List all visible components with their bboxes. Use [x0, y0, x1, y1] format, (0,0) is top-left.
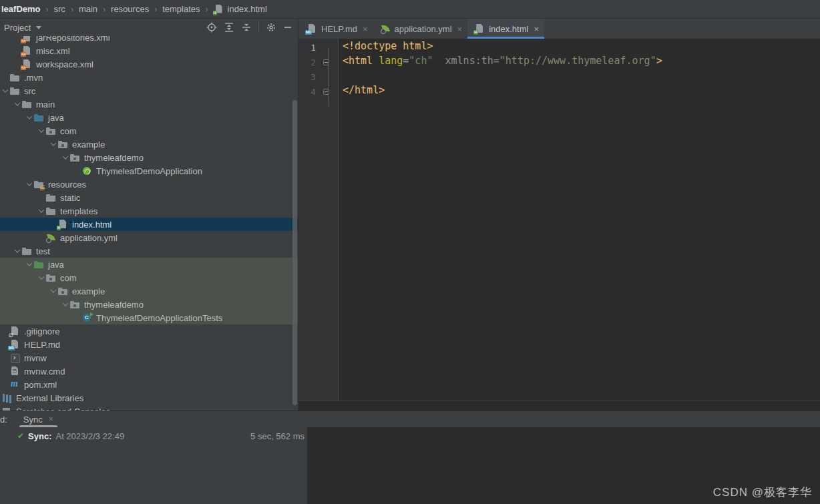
breadcrumb-item[interactable]: leafDemo [0, 4, 42, 14]
tree-item-label: HELP.md [24, 340, 60, 350]
tree-item-com[interactable]: com [0, 271, 298, 284]
breadcrumb-item[interactable]: resources [110, 4, 150, 14]
tree-item-example[interactable]: example [0, 138, 298, 151]
tree-item-label: java [48, 260, 64, 270]
chevron-placeholder [1, 351, 9, 364]
tree-item-thymeleafdemo[interactable]: thymeleafdemo [0, 298, 298, 311]
tree-item-thymeleafdemoapplicationtests[interactable]: ThymeleafDemoApplicationTests [0, 311, 298, 324]
breadcrumb-label: main [79, 4, 97, 14]
tree-item-label: resources [48, 180, 86, 190]
tree-item-label: External Libraries [16, 393, 83, 403]
breadcrumb-separator: › [103, 5, 106, 14]
tree-scrollbar[interactable] [292, 100, 297, 405]
editor-pane: MDHELP.md×application.yml×Hindex.html× 1… [298, 19, 820, 411]
tree-item-mvnw.cmd[interactable]: mvnw.cmd [0, 364, 298, 378]
tree-item-java[interactable]: java [0, 111, 298, 124]
hide-panel-icon[interactable] [283, 22, 292, 33]
chevron-down-icon[interactable] [49, 284, 57, 298]
build-status-tree: ✔ Sync: At 2023/2/3 22:49 5 sec, 562 ms [0, 427, 307, 504]
tree-item-java[interactable]: java [0, 258, 298, 271]
fold-marker-icon[interactable] [323, 59, 329, 65]
tree-item-label: application.yml [60, 233, 118, 243]
code-token: </html> [343, 84, 385, 96]
tab-sync[interactable]: Sync × [17, 411, 60, 427]
gutter-row: 4 [298, 84, 338, 99]
tree-item-label: example [72, 286, 105, 296]
chevron-down-icon[interactable] [61, 298, 69, 311]
tab-application.yml[interactable]: application.yml× [373, 19, 468, 39]
chevron-down-icon[interactable] [37, 124, 45, 138]
tree-item-thymeleafdemo[interactable]: thymeleafdemo [0, 151, 298, 164]
tree-item-help.md[interactable]: MDHELP.md [0, 338, 298, 351]
tree-item-label: java [48, 113, 64, 123]
tree-item-external-libraries[interactable]: External Libraries [0, 391, 298, 405]
tab-index.html[interactable]: Hindex.html× [467, 19, 544, 39]
tree-item-scratches-and-consoles[interactable]: Scratches and Consoles [0, 405, 298, 411]
settings-gear-icon[interactable] [266, 22, 276, 33]
folder-pkg-icon [45, 272, 56, 283]
project-tool-window: Project [0, 19, 298, 411]
xml-file-icon: <> [21, 45, 32, 56]
tree-item-workspace.xml[interactable]: <>workspace.xml [0, 57, 298, 71]
tree-item-templates[interactable]: templates [0, 204, 298, 218]
chevron-down-icon[interactable] [25, 178, 33, 191]
code-line: </html> [343, 84, 662, 99]
gutter-row: 1 [298, 40, 338, 55]
close-icon[interactable]: × [457, 25, 463, 33]
close-icon[interactable]: × [363, 25, 368, 33]
chevron-placeholder [1, 364, 9, 378]
tree-item-.gitignore[interactable]: ∅.gitignore [0, 324, 298, 338]
tree-item-application.yml[interactable]: application.yml [0, 231, 298, 244]
sync-status-label: Sync: [28, 431, 51, 441]
chevron-down-icon[interactable] [25, 258, 33, 271]
collapse-all-icon[interactable] [241, 22, 252, 33]
tab-help.md[interactable]: MDHELP.md× [300, 19, 373, 39]
icon-badge: H [473, 30, 477, 35]
tree-item-static[interactable]: static [0, 191, 298, 204]
chevron-down-icon[interactable] [37, 271, 45, 284]
chevron-down-icon[interactable] [13, 244, 21, 258]
tree-item-pom.xml[interactable]: pom.xml [0, 378, 298, 391]
breadcrumb-item[interactable]: Hindex.html [212, 4, 268, 15]
project-view-label: Project [4, 23, 31, 33]
breadcrumb-item[interactable]: src [53, 4, 67, 14]
tree-item-main[interactable]: main [0, 97, 298, 111]
tree-item-label: templates [60, 206, 97, 216]
tree-item-jarrepositories.xml[interactable]: <>jarRepositories.xml [0, 36, 298, 44]
breadcrumb-item[interactable]: templates [161, 4, 201, 14]
breadcrumb-item[interactable]: main [77, 4, 99, 14]
chevron-placeholder [73, 311, 81, 324]
chevron-down-icon[interactable] [13, 97, 21, 111]
tree-item-label: test [36, 246, 50, 256]
code-token: = [403, 55, 409, 67]
chevron-down-icon[interactable] [49, 138, 57, 151]
chevron-down-icon[interactable] [61, 151, 69, 164]
expand-all-icon[interactable] [224, 22, 234, 33]
project-view-selector[interactable]: Project [4, 23, 41, 33]
code-editor[interactable]: 1234 <!doctype html><html lang="ch" xmln… [298, 39, 820, 401]
fold-marker-icon[interactable] [323, 89, 329, 95]
code-line [343, 69, 662, 84]
chevron-down-icon[interactable] [1, 84, 9, 97]
chevron-down-icon[interactable] [37, 204, 45, 218]
close-icon[interactable]: × [49, 415, 53, 423]
tree-item-thymeleafdemoapplication[interactable]: ThymeleafDemoApplication [0, 164, 298, 178]
locate-icon[interactable] [206, 22, 217, 33]
chevron-down-icon[interactable] [25, 111, 33, 124]
tree-item-src[interactable]: src [0, 84, 298, 97]
tree-item-label: mvnw.cmd [24, 366, 65, 376]
folder-icon [21, 99, 32, 109]
close-icon[interactable]: × [534, 25, 539, 33]
tree-item-example[interactable]: example [0, 284, 298, 298]
html-file-icon: H [57, 219, 68, 230]
code-area[interactable]: <!doctype html><html lang="ch" xmlns:th=… [339, 39, 662, 401]
sync-status-row[interactable]: ✔ Sync: At 2023/2/3 22:49 5 sec, 562 ms [0, 427, 307, 443]
tree-item-.mvn[interactable]: .mvn [0, 71, 298, 84]
tree-item-com[interactable]: com [0, 124, 298, 138]
tree-item-index.html[interactable]: Hindex.html [0, 218, 298, 231]
tree-item-mvnw[interactable]: mvnw [0, 351, 298, 364]
tree-item-test[interactable]: test [0, 244, 298, 258]
project-tree: <>jarRepositories.xml<>misc.xml<>workspa… [0, 36, 298, 411]
tree-item-misc.xml[interactable]: <>misc.xml [0, 44, 298, 57]
tree-item-resources[interactable]: resources [0, 178, 298, 191]
